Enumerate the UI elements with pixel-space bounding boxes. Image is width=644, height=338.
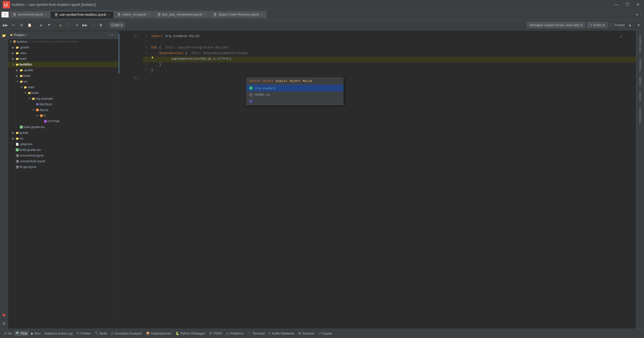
run-all-cells-button[interactable]: ▶▶ [82,22,88,28]
tree-label-build-gradle: build.gradle.kts [24,125,45,129]
project-close-icon[interactable]: — [114,34,116,36]
cell-1-label: In [133,34,137,37]
right-tab-database[interactable]: Database [637,56,643,74]
status-find[interactable]: 🔍 Find [14,331,29,336]
tree-kotlin[interactable]: ▼ 📁 kotlin [8,90,118,96]
file-icon-http4k: V [43,120,48,123]
settings-button[interactable]: ▾ [635,22,642,28]
status-statistics[interactable]: Statistics Event Log [43,331,74,336]
status-problems[interactable]: ⚠ Problems [224,331,245,336]
move-up-button[interactable]: ▲ [38,22,44,28]
close-button[interactable]: ✕ [634,1,641,8]
tree-gradle-1[interactable]: ▶ 📁 .gradle [8,44,118,50]
status-python[interactable]: 🐍 Python Packages [174,331,207,336]
tab-matrix-close[interactable]: ✕ [148,13,150,16]
cell-2[interactable]: In _ 1 [119,76,636,82]
tree-src-root[interactable]: ▶ 📁 src [8,136,118,141]
right-tab-web-inspector[interactable]: Web Inspector [637,32,643,55]
structure-icon[interactable]: ☰ [0,320,8,327]
tab-space[interactable]: 📓 Space Code Reviews.ipynb ✕ [210,11,266,18]
expand-button[interactable]: ▲ [626,22,633,28]
move-down-button[interactable]: ▼ [46,22,52,28]
status-services[interactable]: ⚙ Services [297,331,316,336]
right-tab-notifications[interactable]: Notifications [637,105,643,126]
build-icon: 🔨 [95,332,99,335]
tree-build-root[interactable]: ▶ 📁 build [8,56,118,62]
status-terminal[interactable]: ⬛ Terminal [246,331,266,336]
paste-button[interactable]: 📋 [26,22,33,28]
cell-type-dropdown[interactable]: Code ▾ [109,22,124,28]
status-git[interactable]: ⎇ Git [1,331,14,336]
tree-gradle-2[interactable]: ▶ 📁 .gradle [8,67,118,73]
status-dependencies[interactable]: 📦 Dependencies [144,331,173,336]
right-tab-gradle[interactable]: Gradle [637,74,643,88]
tree-root-buildsrc[interactable]: ▼ 📦 buildsrc C:\Users\Ilya.Muradyan\Idea… [8,39,118,44]
restart-button[interactable]: ↺ [74,22,80,28]
minimize-button[interactable]: — [613,1,620,8]
tree-mylib[interactable]: ▼ O MyLib [8,107,118,113]
status-run[interactable]: ▶ Run [29,331,42,336]
tree-label-build-gradle-root: build.gradle.kts [20,148,41,152]
tab-lets-plot-close[interactable]: ✕ [204,13,206,16]
tree-label-buildsrc: buildsrc [17,40,28,43]
project-dropdown[interactable]: ▾ [26,33,27,36]
right-tab-sciview[interactable]: SciView [637,89,643,104]
status-profiler[interactable]: ⏱ Profiler [75,331,92,336]
maximize-button[interactable]: ❐ [624,1,630,8]
tree-myobj[interactable]: ▶ K MyObj.kt [8,101,118,107]
status-todo[interactable]: ☰ TODO [208,331,224,336]
tab-convexhull-close[interactable]: ✕ [45,13,47,16]
tree-gitignore[interactable]: ▶ 📄 .gitignore [8,141,118,147]
interrupt-button[interactable]: ⬛ [90,22,96,28]
tree-http4k[interactable]: ▶ V HTTP4K [8,119,118,124]
status-jupyter[interactable]: ↗ Jupyter [317,331,334,336]
status-exception[interactable]: ⚠ Exception Analyzer [109,331,144,336]
jupyter-server-button[interactable]: Managed Jupyter server: auto-start ▾ [527,22,585,28]
tab-overflow-button[interactable]: ▾ [636,12,638,16]
project-panel-icon[interactable]: 📁 [0,32,8,39]
tree-build-gradle-root[interactable]: ▶ G build.gradle.kts [8,147,118,153]
code-line-2: 2 [143,39,636,45]
tab-matrix[interactable]: 📓 matrix_en.ipynb ✕ [114,11,153,18]
code-line-1: 1 import org.example.MyLib [143,34,636,39]
tree-x[interactable]: ▼ O X [8,113,118,119]
tab-use-symbol-close[interactable]: ✕ [108,13,110,16]
svg-text:G: G [16,149,18,151]
project-settings-icon[interactable]: ⚙ [108,34,110,36]
tree-gradle-folder[interactable]: ▶ 📁 gradle [8,130,118,136]
clear-button[interactable]: 🗑 [98,22,104,28]
run-cell-button[interactable]: ▶ [57,22,64,28]
tree-label-x: X [44,114,46,118]
cut-button[interactable]: ✂ [10,22,17,28]
tab-lets-plot[interactable]: 📓 lets_plot_cheatsheet.ipynb ✕ [154,11,209,18]
cell-1[interactable]: In _ 1 import org.example.MyLib 2 3 [119,34,636,74]
autocomplete-item-myobj[interactable]: K MyObj.kt [246,91,343,98]
add-tab-button[interactable]: + [1,11,9,17]
tree-buildsrc-folder[interactable]: ▼ 📁 buildSrc [8,62,118,67]
status-build[interactable]: 🔨 Build [93,331,108,336]
tree-org-example[interactable]: ▼ 📁 org.example [8,96,118,101]
stop-button[interactable]: ⬛ [66,22,72,28]
tab-space-close[interactable]: ✕ [261,13,263,16]
kotlin-button[interactable]: K Kotlin ▾ [587,22,608,28]
run-all-button[interactable]: ▶▶ [2,22,9,28]
tree-build-sub[interactable]: ▶ 📁 build [8,73,118,79]
tab-more-options[interactable]: ⋮ [639,12,643,16]
trusted-button[interactable]: ☑ Trusted [610,23,624,27]
tree-build-gradle[interactable]: ▶ G build.gradle.kts [8,124,118,130]
tree-df-grp[interactable]: ▶ 📓 df-grp.ipynb [8,164,118,170]
tree-convexhull-1[interactable]: ▶ 📓 convexHull.ipynb [8,153,118,158]
tree-src[interactable]: ▼ 📁 src [8,79,118,84]
project-gear-icon[interactable]: ☰ [111,34,113,36]
tree-convexhull-2[interactable]: ▶ 📓 convexHull2.ipynb [8,158,118,164]
code-editor[interactable]: In _ 1 import org.example.MyLib 2 3 [119,30,636,329]
autocomplete-item-org[interactable]: G org.example [246,85,343,91]
tree-idea[interactable]: ▶ 📁 .idea [8,50,118,56]
bookmarks-icon[interactable]: 🔖 [0,311,8,319]
status-kotlin-notebook[interactable]: K Kotlin Notebook [267,331,296,336]
tab-use-symbol[interactable]: 📓 use-symbol-from-buildsrc.ipynb ✕ [51,11,113,18]
autocomplete-ellipsis[interactable]: ⋮ [338,99,340,104]
tab-convexhull[interactable]: 📓 convexHull.ipynb ✕ [9,11,50,18]
tree-main[interactable]: ▼ 📁 main [8,84,118,90]
copy-button[interactable]: ⧉ [18,22,25,28]
